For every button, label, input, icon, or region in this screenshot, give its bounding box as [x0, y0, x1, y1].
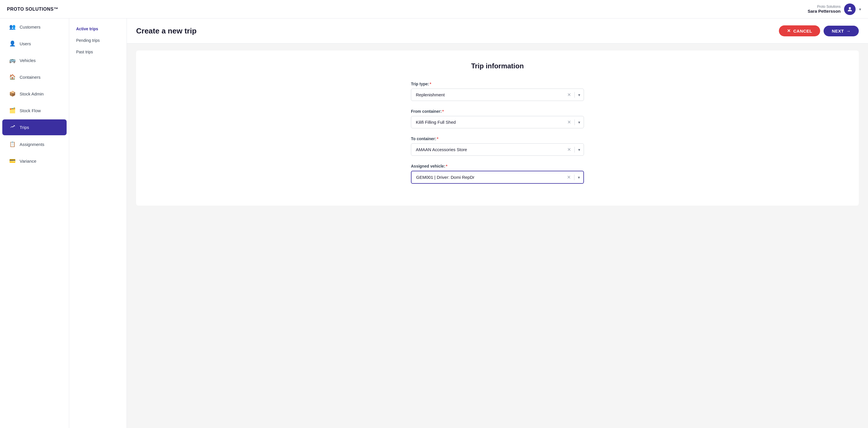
- page-title: Create a new trip: [136, 27, 197, 35]
- trip-type-group: Trip type:* Replenishment ✕ ▾: [411, 82, 584, 101]
- user-info-area: Proto Solutions Sara Pettersson ▾: [808, 3, 861, 15]
- sidebar-item-label: Users: [20, 41, 31, 46]
- sidebar-item-label: Stock Admin: [20, 91, 43, 96]
- sidebar-item-containers[interactable]: 🏠 Containers: [2, 69, 67, 85]
- stock-flow-icon: 🗂️: [9, 107, 16, 114]
- sidebar-item-label: Vehicles: [20, 58, 36, 63]
- sidebar-item-label: Variance: [20, 159, 36, 163]
- from-container-actions: ✕ ▾: [567, 119, 584, 125]
- trip-type-chevron-icon[interactable]: ▾: [578, 93, 580, 97]
- user-name: Sara Pettersson: [808, 9, 841, 13]
- sidebar-item-stock-flow[interactable]: 🗂️ Stock Flow: [2, 103, 67, 118]
- sidebar-item-label: Trips: [20, 125, 29, 130]
- sub-nav-pending-trips[interactable]: Pending trips: [69, 35, 127, 46]
- select-divider: [575, 92, 575, 98]
- sub-nav: Active trips Pending trips Past trips: [69, 19, 127, 428]
- assigned-vehicle-clear-icon[interactable]: ✕: [567, 175, 571, 180]
- svg-point-0: [849, 7, 851, 9]
- to-container-clear-icon[interactable]: ✕: [567, 147, 571, 152]
- page-header: Create a new trip ✕ CANCEL NEXT →: [127, 19, 868, 43]
- form-card: Trip information Trip type:* Replenishme…: [136, 51, 859, 206]
- sub-nav-active-trips[interactable]: Active trips: [69, 23, 127, 35]
- required-star: *: [442, 109, 444, 114]
- assigned-vehicle-value: GEM001 | Driver: Domi RepDr: [411, 171, 567, 183]
- sub-nav-past-trips[interactable]: Past trips: [69, 46, 127, 58]
- org-label: Proto Solutions: [808, 5, 841, 9]
- to-container-group: To container:* AMAAN Accessories Store ✕…: [411, 136, 584, 156]
- trips-icon: [9, 124, 16, 131]
- variance-icon: 💳: [9, 158, 16, 164]
- from-container-chevron-icon[interactable]: ▾: [578, 120, 580, 125]
- from-container-value: Kilifi Filling Full Shed: [411, 116, 567, 128]
- header-actions: ✕ CANCEL NEXT →: [779, 25, 859, 36]
- from-container-select[interactable]: Kilifi Filling Full Shed ✕ ▾: [411, 116, 584, 128]
- assigned-vehicle-select[interactable]: GEM001 | Driver: Domi RepDr ✕ ▾: [411, 171, 584, 184]
- trip-type-value: Replenishment: [411, 89, 567, 101]
- users-icon: 👤: [9, 40, 16, 47]
- avatar[interactable]: [844, 3, 856, 15]
- to-container-chevron-icon[interactable]: ▾: [578, 147, 580, 152]
- to-container-select[interactable]: AMAAN Accessories Store ✕ ▾: [411, 143, 584, 156]
- from-container-clear-icon[interactable]: ✕: [567, 120, 571, 125]
- assignments-icon: 📋: [9, 141, 16, 147]
- from-container-label: From container:*: [411, 109, 584, 114]
- layout: 👥 Customers 👤 Users 🚌 Vehicles 🏠 Contain…: [0, 19, 868, 428]
- sidebar-item-variance[interactable]: 💳 Variance: [2, 153, 67, 169]
- customers-icon: 👥: [9, 24, 16, 30]
- assigned-vehicle-chevron-icon[interactable]: ▾: [578, 175, 580, 180]
- sidebar-item-label: Stock Flow: [20, 108, 41, 113]
- trip-type-select[interactable]: Replenishment ✕ ▾: [411, 89, 584, 101]
- select-divider: [575, 147, 575, 153]
- form-section-title: Trip information: [145, 62, 849, 70]
- select-divider: [574, 175, 575, 180]
- to-container-actions: ✕ ▾: [567, 147, 584, 153]
- next-button[interactable]: NEXT →: [824, 26, 859, 36]
- cancel-x-icon: ✕: [787, 28, 791, 33]
- assigned-vehicle-group: Assigned vehicle:* GEM001 | Driver: Domi…: [411, 164, 584, 184]
- sidebar-item-stock-admin[interactable]: 📦 Stock Admin: [2, 86, 67, 101]
- required-star: *: [430, 82, 431, 86]
- trip-type-clear-icon[interactable]: ✕: [567, 93, 571, 97]
- to-container-label: To container:*: [411, 136, 584, 141]
- trip-type-label: Trip type:*: [411, 82, 584, 86]
- vehicles-icon: 🚌: [9, 57, 16, 63]
- to-container-value: AMAAN Accessories Store: [411, 144, 567, 155]
- sidebar-item-trips[interactable]: Trips: [2, 119, 67, 135]
- brand-label: PROTO SOLUTIONS™: [7, 7, 58, 12]
- containers-icon: 🏠: [9, 74, 16, 80]
- user-details: Proto Solutions Sara Pettersson: [808, 5, 841, 13]
- topbar: PROTO SOLUTIONS™ Proto Solutions Sara Pe…: [0, 0, 868, 19]
- sidebar-item-users[interactable]: 👤 Users: [2, 36, 67, 51]
- next-arrow-icon: →: [846, 29, 851, 33]
- main-content: Create a new trip ✕ CANCEL NEXT → Trip i…: [127, 19, 868, 428]
- sidebar-item-label: Assignments: [20, 142, 44, 147]
- sidebar-item-customers[interactable]: 👥 Customers: [2, 19, 67, 35]
- from-container-group: From container:* Kilifi Filling Full She…: [411, 109, 584, 128]
- sidebar-item-vehicles[interactable]: 🚌 Vehicles: [2, 53, 67, 68]
- required-star: *: [446, 164, 447, 169]
- sidebar-item-assignments[interactable]: 📋 Assignments: [2, 136, 67, 152]
- sidebar-item-label: Customers: [20, 25, 41, 29]
- select-divider: [575, 119, 575, 125]
- required-star: *: [437, 136, 438, 141]
- sidebar-item-label: Containers: [20, 75, 41, 80]
- stock-admin-icon: 📦: [9, 91, 16, 97]
- sidebar: 👥 Customers 👤 Users 🚌 Vehicles 🏠 Contain…: [0, 19, 69, 428]
- assigned-vehicle-label: Assigned vehicle:*: [411, 164, 584, 169]
- trip-type-actions: ✕ ▾: [567, 92, 584, 98]
- assigned-vehicle-actions: ✕ ▾: [567, 175, 583, 180]
- user-menu-chevron[interactable]: ▾: [859, 7, 861, 11]
- cancel-button[interactable]: ✕ CANCEL: [779, 25, 820, 36]
